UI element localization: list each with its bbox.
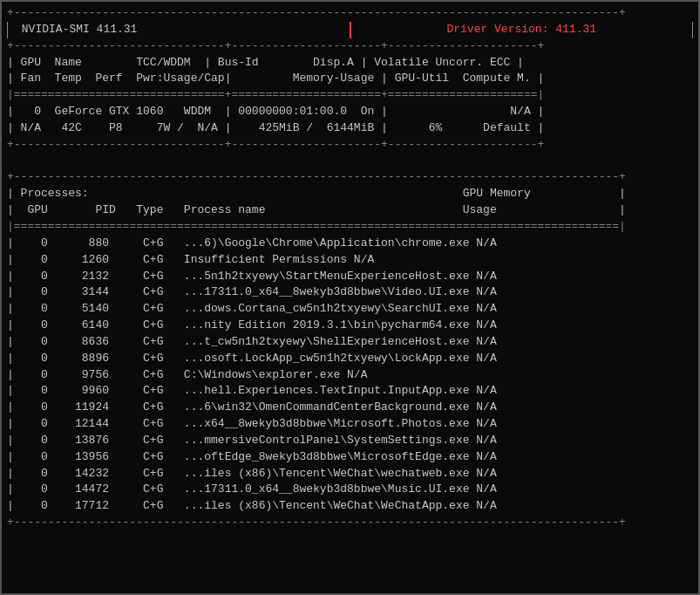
- terminal-window: +---------------------------------------…: [0, 0, 700, 595]
- proc-box-top: +---------------------------------------…: [7, 169, 693, 186]
- smi-version: NVIDIA-SMI 411.31: [8, 22, 350, 38]
- process-row: | 0 6140 C+G ...nity Edition 2019.3.1\bi…: [7, 318, 693, 334]
- col-header1: | GPU Name TCC/WDDM | Bus-Id Disp.A | Vo…: [7, 55, 693, 72]
- col-sep2: |===============================+=======…: [7, 87, 693, 104]
- gpu-row2: | N/A 42C P8 7W / N/A | 425MiB / 6144MiB…: [7, 120, 693, 137]
- process-row: | 0 880 C+G ...6)\Google\Chrome\Applicat…: [7, 236, 693, 252]
- process-row: | 0 14232 C+G ...iles (x86)\Tencent\WeCh…: [7, 466, 693, 482]
- proc-box-bottom: +---------------------------------------…: [7, 515, 693, 531]
- proc-col-header: | GPU PID Type Process name Usage |: [7, 202, 693, 219]
- process-row: | 0 5140 C+G ...dows.Cortana_cw5n1h2txye…: [7, 301, 693, 318]
- process-row: | 0 1260 C+G Insufficient Permissions N/…: [7, 252, 693, 269]
- col-header2: | Fan Temp Perf Pwr:Usage/Cap| Memory-Us…: [7, 71, 693, 87]
- process-row: | 0 14472 C+G ...17311.0_x64__8wekyb3d8b…: [7, 482, 693, 498]
- process-row: | 0 13876 C+G ...mmersiveControlPanel\Sy…: [7, 433, 693, 449]
- process-row: | 0 8896 C+G ...osoft.LockApp_cw5n1h2txy…: [7, 351, 693, 367]
- gpu-row1: | 0 GeForce GTX 1060 WDDM | 00000000:01:…: [7, 104, 693, 120]
- col-sep1: +-------------------------------+-------…: [7, 38, 693, 55]
- process-row: | 0 17712 C+G ...iles (x86)\Tencent\WeCh…: [7, 498, 693, 515]
- process-row: | 0 9756 C+G C:\Windows\explorer.exe N/A: [7, 367, 693, 384]
- process-row: | 0 9960 C+G ...hell.Experiences.TextInp…: [7, 383, 693, 400]
- box-top: +---------------------------------------…: [7, 5, 693, 22]
- process-row: | 0 3144 C+G ...17311.0_x64__8wekyb3d8bb…: [7, 284, 693, 301]
- process-row: | 0 13956 C+G ...oftEdge_8wekyb3d8bbwe\M…: [7, 449, 693, 466]
- proc-sep: |=======================================…: [7, 219, 693, 236]
- process-row: | 0 11924 C+G ...6\win32\OmenCommandCent…: [7, 400, 693, 416]
- box-bottom: +-------------------------------+-------…: [7, 137, 693, 154]
- process-row: | 0 8636 C+G ...t_cw5n1h2txyewy\ShellExp…: [7, 334, 693, 351]
- proc-header: | Processes: GPU Memory |: [7, 186, 693, 202]
- process-list: | 0 880 C+G ...6)\Google\Chrome\Applicat…: [7, 236, 693, 515]
- process-row: | 0 12144 C+G ...x64__8wekyb3d8bbwe\Micr…: [7, 416, 693, 433]
- blank-line: [7, 154, 693, 170]
- process-row: | 0 2132 C+G ...5n1h2txyewy\StartMenuExp…: [7, 269, 693, 285]
- driver-version: Driver Version: 411.31: [350, 22, 693, 38]
